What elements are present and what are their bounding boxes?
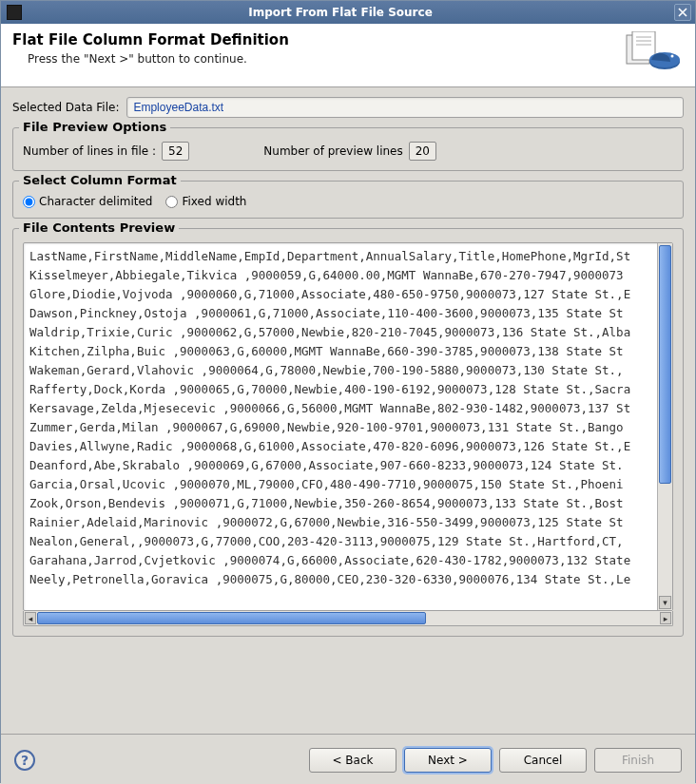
lines-in-file-value: 52 (162, 142, 189, 161)
app-icon (7, 5, 22, 20)
file-preview-options-legend: File Preview Options (19, 120, 170, 134)
page-subtitle: Press the "Next >" button to continue. (12, 52, 623, 66)
next-button[interactable]: Next > (404, 748, 492, 773)
wizard-icon (623, 31, 684, 77)
radio-fixed-width-label: Fixed width (182, 195, 246, 208)
selected-file-row: Selected Data File: (12, 97, 684, 118)
file-preview-text[interactable]: LastName,FirstName,MiddleName,EmpId,Depa… (24, 243, 657, 610)
page-title: Flat File Column Format Definition (12, 31, 623, 48)
back-button[interactable]: < Back (309, 748, 396, 773)
svg-rect-1 (632, 31, 655, 60)
vertical-scrollbar-thumb[interactable] (659, 245, 671, 484)
vertical-scrollbar[interactable]: ▾ (657, 243, 672, 610)
radio-fixed-width-input[interactable] (165, 196, 178, 208)
horizontal-scrollbar[interactable]: ◂ ▸ (23, 611, 673, 626)
preview-lines-value[interactable]: 20 (409, 142, 436, 161)
horizontal-scrollbar-thumb[interactable] (37, 612, 426, 624)
select-column-format-group: Select Column Format Character delimited… (12, 181, 684, 219)
close-icon[interactable] (674, 4, 691, 21)
preview-lines-label: Number of preview lines (263, 144, 402, 158)
lines-in-file-label: Number of lines in file : (23, 144, 156, 158)
file-contents-preview-legend: File Contents Preview (19, 220, 179, 235)
selected-file-label: Selected Data File: (12, 101, 119, 114)
selected-file-field[interactable] (126, 97, 684, 118)
help-icon[interactable]: ? (14, 750, 35, 771)
finish-button: Finish (594, 748, 682, 773)
radio-character-delimited[interactable]: Character delimited (23, 195, 152, 208)
radio-character-delimited-input[interactable] (23, 196, 35, 208)
cancel-button[interactable]: Cancel (499, 748, 587, 773)
svg-point-7 (671, 55, 674, 58)
window-title: Import From Flat File Source (28, 6, 695, 19)
file-preview-options-group: File Preview Options Number of lines in … (12, 127, 684, 171)
select-column-format-legend: Select Column Format (19, 173, 181, 187)
radio-character-delimited-label: Character delimited (39, 195, 152, 208)
titlebar: Import From Flat File Source (1, 1, 695, 24)
scroll-down-icon[interactable]: ▾ (659, 596, 671, 609)
wizard-header: Flat File Column Format Definition Press… (1, 24, 695, 87)
wizard-footer: ? < Back Next > Cancel Finish (1, 734, 695, 784)
radio-fixed-width[interactable]: Fixed width (165, 195, 246, 208)
file-contents-preview-group: File Contents Preview LastName,FirstName… (12, 228, 684, 637)
scroll-left-icon[interactable]: ◂ (25, 612, 36, 624)
scroll-right-icon[interactable]: ▸ (660, 612, 671, 624)
